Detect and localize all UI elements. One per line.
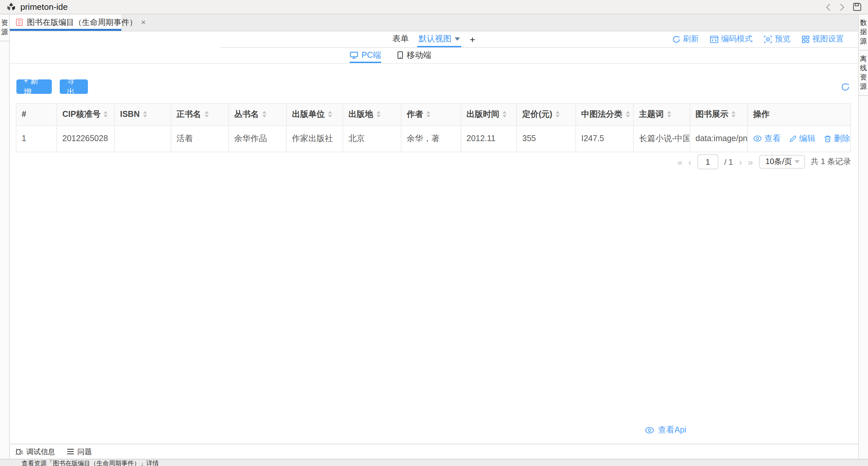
- sort-icon[interactable]: [427, 111, 430, 117]
- view-toolbar: 刷新 编码模式 预览 视图设置: [673, 31, 844, 47]
- cell-isbn: [115, 125, 171, 152]
- sort-icon[interactable]: [626, 111, 629, 117]
- close-icon[interactable]: ×: [141, 19, 146, 27]
- offline-resources-label: 离线资源: [860, 54, 867, 91]
- column-header-operations: 操作: [748, 103, 850, 125]
- chevron-down-icon: [794, 160, 800, 164]
- sidebar-item-datasource[interactable]: 数据源: [859, 14, 868, 51]
- cell-bookimage: data:image/png;b: [690, 125, 748, 152]
- monitor-icon: [350, 52, 358, 59]
- sort-icon[interactable]: [556, 111, 560, 117]
- sort-icon[interactable]: [732, 111, 736, 117]
- list-icon: [67, 448, 74, 455]
- column-header-price[interactable]: 定价(元): [517, 103, 576, 125]
- data-table: # CIP核准号 ISBN 正书名 丛书名 出版单位 出版地 作者 出版时间 定…: [16, 103, 851, 152]
- sidebar-item-resources[interactable]: 资源: [0, 14, 9, 41]
- preview-label: 预览: [775, 33, 790, 45]
- refresh-button[interactable]: 刷新: [673, 33, 699, 45]
- cell-subject: 长篇小说-中国-当: [633, 125, 690, 152]
- code-mode-button[interactable]: 编码模式: [710, 33, 752, 45]
- page-size-value: 10条/页: [765, 156, 792, 167]
- sort-icon[interactable]: [328, 111, 332, 117]
- prev-page-button[interactable]: ‹: [688, 157, 691, 166]
- sort-icon[interactable]: [143, 111, 147, 117]
- cell-pubdate: 2012.11: [461, 125, 517, 152]
- chevron-down-icon[interactable]: [455, 37, 460, 41]
- add-button[interactable]: + 新增: [17, 79, 52, 93]
- view-settings-button[interactable]: 视图设置: [802, 33, 844, 45]
- debug-info-button[interactable]: 调试信息: [15, 447, 55, 457]
- sidebar-item-offline-resources[interactable]: 离线资源: [859, 51, 868, 96]
- tab-pc[interactable]: PC端: [350, 48, 381, 63]
- code-mode-label: 编码模式: [721, 33, 752, 45]
- sort-icon[interactable]: [502, 111, 506, 117]
- phone-icon: [397, 52, 403, 59]
- column-header-isbn[interactable]: ISBN: [115, 103, 171, 125]
- cell-place: 北京: [343, 125, 401, 152]
- refresh-icon: [673, 35, 680, 43]
- delete-label: 删除: [834, 133, 850, 144]
- column-header-place[interactable]: 出版地: [343, 103, 401, 125]
- delete-row-button[interactable]: 删除: [824, 133, 850, 144]
- edit-row-button[interactable]: 编辑: [789, 133, 815, 144]
- left-rail: 资源: [0, 14, 10, 459]
- column-header-bookimage[interactable]: 图书展示: [690, 103, 748, 125]
- column-header-title[interactable]: 正书名: [171, 103, 229, 125]
- trash-icon: [824, 135, 831, 142]
- status-text: 查看资源「图书在版编目（生命周期事件）」详情: [22, 460, 159, 466]
- page-number-input[interactable]: 1: [698, 154, 718, 169]
- pencil-icon: [789, 135, 797, 142]
- app-logo-icon: [6, 2, 16, 11]
- cell-index: 1: [16, 125, 57, 152]
- column-header-publisher[interactable]: 出版单位: [286, 103, 343, 125]
- column-header-pubdate[interactable]: 出版时间: [461, 103, 517, 125]
- nav-forward-icon[interactable]: [839, 3, 845, 11]
- problems-button[interactable]: 问题: [67, 447, 92, 457]
- document-tab-bar: 图书在版编目（生命周期事件） ×: [10, 14, 858, 31]
- tab-pc-label: PC端: [362, 50, 381, 61]
- nav-back-icon[interactable]: [825, 3, 831, 11]
- sort-icon[interactable]: [376, 111, 380, 117]
- tab-form[interactable]: 表单: [392, 31, 409, 47]
- preview-icon: [764, 35, 772, 43]
- app-title: primeton-ide: [20, 2, 68, 12]
- sort-icon[interactable]: [104, 111, 108, 117]
- first-page-button[interactable]: «: [677, 157, 683, 166]
- editor-content: 表单 默认视图 + 刷新: [10, 31, 858, 444]
- sort-icon[interactable]: [667, 111, 671, 117]
- eye-icon: [645, 426, 654, 434]
- tab-mobile-label: 移动端: [407, 50, 431, 61]
- title-bar: primeton-ide: [0, 0, 868, 14]
- column-header-series[interactable]: 丛书名: [229, 103, 286, 125]
- datasource-label: 数据源: [860, 18, 867, 45]
- total-records-label: 共 1 条记录: [811, 156, 851, 167]
- view-tabs: 表单 默认视图 +: [392, 31, 475, 47]
- add-view-tab-button[interactable]: +: [470, 31, 475, 47]
- next-page-button[interactable]: ›: [739, 157, 742, 166]
- view-row-button[interactable]: 查看: [753, 133, 781, 144]
- page-size-select[interactable]: 10条/页: [759, 155, 805, 169]
- column-header-subject[interactable]: 主题词: [633, 103, 690, 125]
- column-header-author[interactable]: 作者: [401, 103, 461, 125]
- column-header-clc[interactable]: 中图法分类: [576, 103, 633, 125]
- sort-icon[interactable]: [205, 111, 208, 117]
- column-header-cip[interactable]: CIP核准号: [57, 103, 115, 125]
- tab-default-view[interactable]: 默认视图: [418, 31, 460, 47]
- tab-book-catalog[interactable]: 图书在版编目（生命周期事件） ×: [10, 14, 121, 31]
- save-icon[interactable]: [853, 3, 862, 11]
- tab-mobile[interactable]: 移动端: [397, 48, 431, 63]
- table-header-row: # CIP核准号 ISBN 正书名 丛书名 出版单位 出版地 作者 出版时间 定…: [16, 103, 850, 125]
- right-rail: 数据源 离线资源: [858, 14, 868, 459]
- cell-series: 余华作品: [229, 125, 286, 152]
- cell-author: 余华，著: [401, 125, 461, 152]
- preview-button[interactable]: 预览: [764, 33, 790, 45]
- export-button[interactable]: 导出: [60, 79, 88, 93]
- sort-icon[interactable]: [262, 111, 266, 117]
- export-button-label: 导出: [67, 75, 81, 97]
- device-tabs: PC端 移动端: [350, 48, 431, 63]
- add-view-label: +: [470, 34, 475, 44]
- last-page-button[interactable]: »: [748, 157, 753, 166]
- view-api-link[interactable]: 查看Api: [645, 424, 686, 435]
- divider: [220, 47, 858, 48]
- grid-refresh-icon[interactable]: [841, 82, 849, 91]
